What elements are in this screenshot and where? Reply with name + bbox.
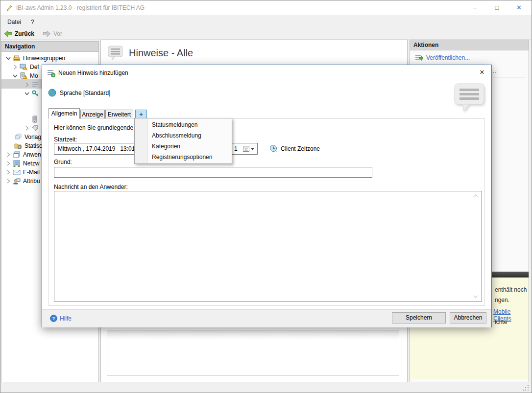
tree-item-vorlagen[interactable]: Vorlag [14, 133, 41, 141]
help-link[interactable]: ? Hilfe [50, 315, 72, 322]
tree-item-phone[interactable] [31, 115, 41, 124]
chevron-closed-icon [12, 64, 18, 70]
tree-label: Vorlag [24, 134, 41, 140]
notice-groups-icon [13, 54, 21, 62]
scroll-up-icon[interactable] [473, 194, 478, 197]
menu-help[interactable]: ? [28, 18, 37, 26]
publish-action[interactable]: Veröffentlichen... [415, 54, 470, 61]
note-line2: ngen. [495, 297, 509, 303]
notice-lines-icon [31, 81, 39, 89]
main-content-box [107, 330, 399, 376]
chevron-closed-icon [5, 169, 11, 175]
minimize-button[interactable]: – [464, 0, 486, 15]
app-icon [5, 4, 13, 12]
menu-bar: Datei ? [0, 15, 532, 28]
back-button[interactable]: Zurück [4, 29, 34, 38]
chevron-closed-icon [5, 152, 11, 158]
tree-item-mobile[interactable]: Mo [12, 71, 38, 80]
tree-item-selected-notice[interactable] [24, 80, 42, 89]
start-time-label: Startzeit: [54, 136, 77, 143]
publish-icon [415, 54, 423, 61]
tree-item-hinweisgruppen[interactable]: Hinweisgruppen [5, 54, 65, 63]
maximize-button[interactable]: □ [486, 0, 508, 15]
chevron-open-icon [5, 55, 11, 61]
help-label: Hilfe [60, 315, 72, 322]
chevron-closed-icon [24, 125, 30, 131]
tree-item-email[interactable]: E-Mail [5, 168, 40, 177]
tree-item-default[interactable]: Def [12, 63, 39, 71]
timezone-clock-icon [269, 144, 278, 153]
dialog-close-button[interactable]: ✕ [476, 67, 488, 78]
forward-button[interactable]: Vor [43, 29, 62, 38]
toolbar: Zurück Vor [0, 28, 532, 40]
dialog-title: Neuen Hinweis hinzufügen [58, 69, 128, 76]
intro-text: Hier können Sie grundlegende Ei [54, 124, 140, 131]
notice-watermark-icon [454, 83, 486, 113]
attributes-icon [13, 177, 21, 185]
message-textarea[interactable] [54, 191, 482, 301]
tree-label: Def [30, 64, 39, 70]
tree-item-netzwerk[interactable]: Netzw [5, 159, 39, 168]
chevron-closed-icon [5, 178, 11, 184]
templates-icon [14, 133, 22, 141]
tab-allgemein[interactable]: Allgemein [48, 108, 80, 119]
tab-erweitert[interactable]: Erweitert [105, 110, 133, 119]
window-title: IBI-aws Admin 1.23.0 - registriert für I… [16, 4, 145, 11]
chevron-open-icon [12, 73, 18, 79]
page-title: Hinweise - Alle [129, 47, 193, 59]
message-label: Nachricht an den Anwender: [54, 184, 128, 190]
default-group-warning-icon [20, 63, 27, 71]
mobile-group-warning-icon [20, 72, 27, 80]
menu-item-statusmeldungen[interactable]: Statusmeldungen [135, 119, 232, 130]
language-row[interactable]: Sprache [Standard] [48, 89, 110, 97]
tab-content: Hier können Sie grundlegende Ei Startzei… [48, 118, 485, 306]
resize-grip[interactable] [523, 385, 530, 392]
actions-divider [493, 77, 526, 77]
tree-label: Attribu [23, 178, 40, 185]
title-bar: IBI-aws Admin 1.23.0 - registriert für I… [0, 0, 532, 15]
dialog-footer: ? Hilfe Speichern Abbrechen [42, 309, 491, 327]
notice-add-icon [47, 69, 55, 77]
add-tab-menu: Statusmeldungen Abschlussmeldung Kategor… [134, 118, 232, 164]
dialog-title-bar: Neuen Hinweis hinzufügen ✕ [42, 65, 491, 80]
reason-input[interactable] [54, 167, 372, 177]
tree-item-key[interactable] [24, 89, 42, 98]
cancel-button[interactable]: Abbrechen [450, 312, 486, 324]
tag-icon [31, 124, 39, 132]
folder-gear-icon [14, 142, 22, 150]
truncated-action-link[interactable]: .. [493, 68, 496, 74]
tree-item-anwendungen[interactable]: Anwen [5, 150, 41, 159]
actions-header: Aktionen [410, 40, 529, 50]
scroll-down-icon[interactable] [473, 295, 478, 298]
publish-label: Veröffentlichen... [426, 54, 470, 61]
tree-label: Statisc [24, 142, 42, 149]
calendar-dropdown-button[interactable] [241, 144, 256, 153]
message-field[interactable] [54, 191, 482, 301]
reason-field[interactable] [54, 167, 372, 178]
menu-item-kategorien[interactable]: Kategorien [135, 141, 232, 152]
globe-icon [48, 89, 56, 97]
tree-item-tag[interactable] [24, 124, 42, 133]
add-notice-dialog: Neuen Hinweis hinzufügen ✕ Sprache [Stan… [42, 65, 492, 327]
status-bar [0, 383, 532, 393]
menu-datei[interactable]: Datei [4, 18, 24, 26]
tree-item-attribute[interactable]: Attribu [5, 177, 40, 185]
note-line1: enthält noch [495, 286, 527, 293]
language-label: Sprache [Standard] [60, 90, 110, 96]
tree-label: Anwen [23, 151, 41, 158]
client-timezone-button[interactable]: Client Zeitzone [269, 144, 320, 153]
tree-item-statisch[interactable]: Statisc [14, 141, 42, 150]
chevron-closed-icon [5, 161, 11, 166]
save-button[interactable]: Speichern [392, 312, 446, 324]
calendar-icon [243, 146, 249, 152]
menu-item-registrierungsoptionen[interactable]: Registrierungsoptionen [135, 152, 232, 162]
chevron-closed-icon [24, 82, 30, 88]
tab-anzeige[interactable]: Anzeige [80, 110, 105, 119]
close-button[interactable]: ✕ [508, 0, 530, 15]
tree-label: E-Mail [23, 169, 40, 176]
note-line3: ichte [495, 319, 507, 325]
tree-label: Mo [30, 72, 38, 79]
client-timezone-label: Client Zeitzone [281, 145, 320, 152]
email-icon [13, 168, 21, 176]
menu-item-abschlussmeldung[interactable]: Abschlussmeldung [135, 130, 232, 141]
